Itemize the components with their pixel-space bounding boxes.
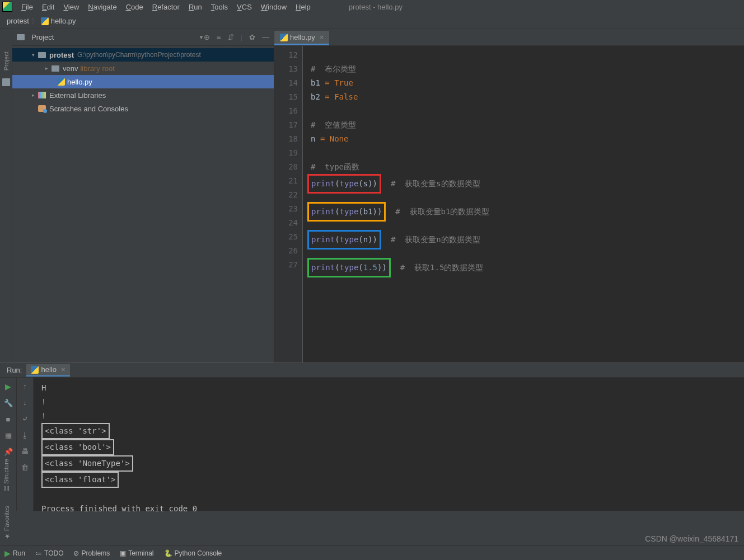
menu-code[interactable]: Code: [121, 2, 148, 12]
menu-run[interactable]: Run: [184, 2, 207, 12]
highlight-orange: print(type(b1)): [307, 202, 386, 222]
code-editor[interactable]: 12131415161718192021222324252627 # 布尔类型b…: [274, 46, 744, 363]
code-line[interactable]: b1 = True: [311, 76, 744, 90]
run-panel: Run: hello × ▶ 🔧 ■ ▦ 📌 ↑ ↓ ⤶ ⭳ 🖶 🗑 H!!<c…: [0, 363, 744, 511]
window-title: protest - hello.py: [349, 3, 403, 11]
status-problems[interactable]: ⊘Problems: [73, 549, 110, 557]
python-file-icon: [57, 78, 65, 86]
folder-icon: [17, 34, 25, 40]
tree-scratches[interactable]: Scratches and Consoles: [12, 102, 274, 115]
code-line[interactable]: print(type(s)) # 获取变量s的数据类型: [311, 174, 744, 188]
structure-tool-button[interactable]: ⫿⫿ Structure: [2, 455, 11, 496]
gear-icon[interactable]: ✿: [249, 33, 255, 41]
editor-panel: hello.py × 12131415161718192021222324252…: [274, 29, 744, 363]
output-highlight-red: <class 'str'>: [41, 423, 110, 439]
run-panel-header: Run: hello ×: [0, 363, 744, 378]
wrench-icon[interactable]: 🔧: [4, 399, 13, 407]
project-tree[interactable]: ▾ protest G:\python\pyCharm\pythonProjec…: [12, 46, 274, 117]
up-icon[interactable]: ↑: [23, 382, 27, 390]
close-icon[interactable]: ×: [61, 365, 65, 374]
editor-tab-hello[interactable]: hello.py ×: [274, 31, 329, 45]
watermark: CSDN @weixin_45684171: [645, 534, 738, 543]
trash-icon[interactable]: 🗑: [21, 463, 29, 472]
scroll-icon[interactable]: ⭳: [21, 431, 29, 439]
project-panel: Project ▼ ⊕ ≡ ⇵ | ✿ — ▾ protest G:\pytho…: [12, 29, 274, 363]
code-line[interactable]: n = None: [311, 132, 744, 146]
run-output[interactable]: H!!<class 'str'><class 'bool'><class 'No…: [34, 378, 744, 511]
status-run[interactable]: ▶Run: [4, 549, 25, 558]
run-label: Run:: [7, 366, 22, 374]
output-highlight-orange: <class 'bool'>: [41, 439, 114, 455]
code-line[interactable]: [311, 48, 744, 62]
highlight-red: print(type(s)): [307, 174, 381, 194]
menu-window[interactable]: Window: [256, 2, 291, 12]
menu-edit[interactable]: Edit: [38, 2, 59, 12]
tree-root[interactable]: ▾ protest G:\python\pyCharm\pythonProjec…: [12, 48, 274, 62]
output-highlight-blue: <class 'NoneType'>: [41, 455, 133, 472]
collapse-icon[interactable]: ⇵: [228, 33, 234, 41]
down-icon[interactable]: ↓: [23, 398, 27, 407]
editor-tab-bar: hello.py ×: [274, 29, 744, 46]
status-todo[interactable]: ≔TODO: [35, 549, 63, 557]
code-content[interactable]: # 布尔类型b1 = Trueb2 = False# 空值类型n = None#…: [302, 46, 744, 363]
library-icon: [38, 92, 46, 98]
status-terminal[interactable]: ▣Terminal: [120, 549, 153, 557]
code-line[interactable]: # type函数: [311, 160, 744, 174]
menu-tools[interactable]: Tools: [207, 2, 232, 12]
code-line[interactable]: [311, 104, 744, 118]
run-toolbar-secondary: ↑ ↓ ⤶ ⭳ 🖶 🗑: [17, 378, 34, 511]
locate-icon[interactable]: ⊕: [204, 33, 210, 41]
status-python-console[interactable]: 🐍Python Console: [164, 549, 222, 557]
tree-venv[interactable]: ▸ venv library root: [12, 62, 274, 75]
line-gutter: 12131415161718192021222324252627: [274, 46, 302, 363]
code-line[interactable]: [311, 146, 744, 160]
left-tool-strip: Project: [0, 29, 12, 363]
highlight-green: print(type(1.5)): [307, 258, 391, 277]
code-line[interactable]: print(type(b1)) # 获取变量b1的数据类型: [311, 202, 744, 216]
code-line[interactable]: b2 = False: [311, 90, 744, 104]
breadcrumb-file[interactable]: hello.py: [51, 17, 76, 25]
folder-icon: [2, 78, 10, 86]
python-file-icon: [280, 34, 288, 41]
print-icon[interactable]: 🖶: [21, 447, 29, 455]
project-panel-title[interactable]: Project: [31, 33, 196, 41]
pin-icon[interactable]: 📌: [4, 448, 13, 456]
menu-help[interactable]: Help: [291, 2, 315, 12]
folder-icon: [52, 65, 59, 72]
breadcrumb: protest 〉 hello.py: [0, 13, 744, 29]
menu-view[interactable]: View: [59, 2, 83, 12]
status-bar: ▶Run ≔TODO ⊘Problems ▣Terminal 🐍Python C…: [0, 545, 744, 560]
menu-refactor[interactable]: Refactor: [148, 2, 184, 12]
app-icon: [2, 2, 12, 12]
code-line[interactable]: print(type(1.5)) # 获取1.5的数据类型: [311, 258, 744, 272]
layout-icon[interactable]: ▦: [5, 431, 12, 440]
expand-icon[interactable]: ≡: [217, 33, 221, 41]
project-panel-header: Project ▼ ⊕ ≡ ⇵ | ✿ —: [12, 29, 274, 46]
stop-icon[interactable]: ■: [6, 415, 11, 423]
wrap-icon[interactable]: ⤶: [22, 415, 28, 423]
favorites-tool-button[interactable]: ★ Favorites: [2, 502, 11, 543]
code-line[interactable]: print(type(n)) # 获取变量n的数据类型: [311, 230, 744, 244]
tree-file-hello[interactable]: hello.py: [12, 75, 274, 88]
menu-navigate[interactable]: Navigate: [83, 2, 121, 12]
highlight-blue: print(type(n)): [307, 230, 381, 250]
rerun-icon[interactable]: ▶: [5, 382, 11, 391]
breadcrumb-project[interactable]: protest: [7, 17, 29, 25]
menu-file[interactable]: File: [17, 2, 38, 12]
close-icon[interactable]: ×: [320, 33, 324, 41]
python-file-icon: [31, 366, 39, 374]
menu-vcs[interactable]: VCS: [232, 2, 256, 12]
code-line[interactable]: # 空值类型: [311, 118, 744, 132]
output-highlight-green: <class 'float'>: [41, 472, 119, 488]
minimize-icon[interactable]: —: [262, 33, 269, 41]
folder-icon: [38, 52, 46, 58]
menu-bar: FileEditViewNavigateCodeRefactorRunTools…: [0, 0, 744, 13]
run-tab[interactable]: hello ×: [26, 364, 69, 377]
scratches-icon: [38, 105, 46, 112]
code-line[interactable]: # 布尔类型: [311, 62, 744, 76]
tree-external-libs[interactable]: ▸ External Libraries: [12, 88, 274, 102]
project-tool-button[interactable]: Project: [3, 51, 10, 70]
python-file-icon: [41, 17, 49, 25]
